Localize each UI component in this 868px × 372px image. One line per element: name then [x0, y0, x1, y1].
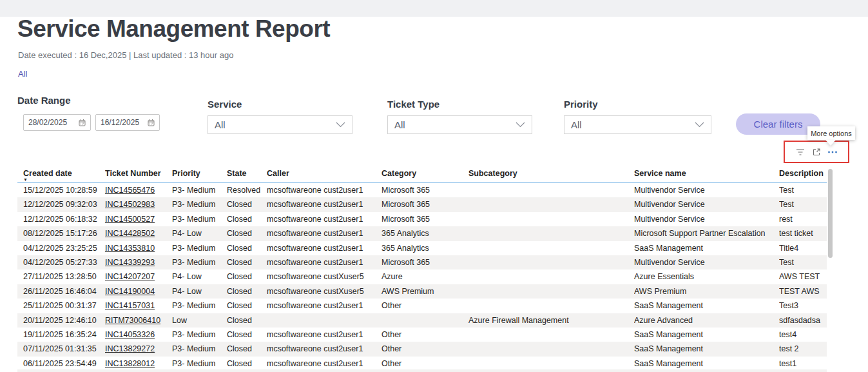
tooltip-arrow — [825, 140, 836, 146]
cell-priority: P3- Medium — [172, 328, 227, 342]
table-row: 19/11/2025 16:35:24 INC14053326 P3- Medi… — [17, 328, 827, 342]
cell-state: Closed — [227, 241, 267, 255]
cell-state: Closed — [227, 269, 267, 284]
cell-description: TEST AWS — [779, 284, 827, 299]
table-vertical-scrollbar[interactable] — [828, 169, 833, 258]
ticket-link[interactable]: INC13829272 — [105, 344, 155, 353]
start-date-value: 28/02/2025 — [28, 118, 67, 127]
focus-mode-icon[interactable] — [811, 147, 822, 157]
cell-subcategory — [468, 299, 634, 313]
table-row: 12/12/2025 09:32:03 INC14502983 P3- Medi… — [17, 197, 827, 211]
cell-created: 20/11/2025 12:46:10 — [17, 313, 105, 328]
cell-description: rest — [779, 212, 827, 226]
ticket-type-dropdown-value: All — [394, 119, 405, 130]
top-bar — [0, 0, 868, 17]
cell-priority: P3- Medium — [172, 183, 227, 197]
start-date-input[interactable]: 28/02/2025 — [23, 114, 91, 131]
more-options-icon[interactable] — [827, 147, 838, 157]
cell-service: SaaS Management — [634, 328, 779, 342]
cell-subcategory — [468, 197, 634, 211]
cell-priority: P4- Low — [172, 226, 227, 240]
calendar-icon — [148, 119, 155, 126]
table-row: 04/12/2025 23:25:25 INC14353810 P3- Medi… — [17, 241, 827, 255]
cell-caller: mcsoftwareone cust2user1 — [267, 328, 381, 342]
ticket-link[interactable]: INC14353810 — [105, 244, 155, 253]
cell-priority: P3- Medium — [172, 357, 227, 371]
cell-caller: mcsoftwareone cust2user1 — [267, 255, 381, 269]
col-header-created-date[interactable]: Created date ▼ — [17, 166, 105, 182]
cell-ticket: INC13829272 — [105, 342, 172, 356]
ticket-link[interactable]: INC14500527 — [105, 215, 155, 224]
cell-subcategory — [468, 226, 634, 240]
ticket-type-label: Ticket Type — [387, 99, 439, 110]
cell-ticket: INC13828012 — [105, 357, 172, 371]
cell-created: 27/11/2025 13:28:50 — [17, 269, 105, 284]
ticket-link[interactable]: INC13828012 — [105, 359, 155, 368]
cell-subcategory — [468, 357, 634, 371]
cell-created: 07/11/2025 01:31:35 — [17, 342, 105, 356]
col-header-caller[interactable]: Caller — [267, 166, 381, 182]
cell-description: Test — [779, 197, 827, 211]
col-header-category[interactable]: Category — [381, 166, 468, 182]
ticket-link[interactable]: INC14502983 — [105, 200, 155, 209]
ticket-link[interactable]: INC14428502 — [105, 229, 155, 238]
col-header-ticket-number[interactable]: Ticket Number — [105, 166, 172, 182]
table-row: 15/12/2025 10:28:59 INC14565476 P3- Medi… — [17, 183, 827, 197]
cell-description: sdfasdadsa — [779, 313, 827, 328]
filter-icon[interactable] — [795, 147, 805, 157]
cell-category: Microsoft 365 — [381, 212, 468, 226]
table-row: 06/11/2025 23:54:49 INC13828012 P3- Medi… — [17, 357, 827, 371]
ticket-link[interactable]: RITM73006410 — [105, 316, 160, 325]
cell-subcategory — [468, 212, 634, 226]
cell-service: Azure Essentials — [634, 269, 779, 284]
partially-visible-row — [17, 369, 827, 372]
col-header-description[interactable]: Description — [779, 166, 827, 182]
cell-subcategory — [468, 255, 634, 269]
ticket-link[interactable]: INC14157031 — [105, 301, 155, 310]
table-row: 07/11/2025 01:31:35 INC13829272 P3- Medi… — [17, 342, 827, 356]
cell-caller — [267, 313, 381, 328]
col-header-subcategory[interactable]: Subcategory — [468, 166, 634, 182]
cell-priority: P4- Low — [172, 269, 227, 284]
cell-description: test4 — [779, 328, 827, 342]
ticket-link[interactable]: INC14207207 — [105, 272, 155, 281]
table-row: 04/12/2025 05:27:33 INC14339293 P3- Medi… — [17, 255, 827, 269]
cell-ticket: INC14207207 — [105, 269, 172, 284]
col-header-service-name[interactable]: Service name — [634, 166, 779, 182]
cell-service: SaaS Management — [634, 357, 779, 371]
breadcrumb-all-link[interactable]: All — [18, 69, 27, 79]
cell-description: Title4 — [779, 241, 827, 255]
service-dropdown[interactable]: All — [207, 115, 352, 134]
cell-category: Azure — [381, 269, 468, 284]
cell-created: 25/11/2025 00:31:37 — [17, 299, 105, 313]
cell-category — [381, 313, 468, 328]
chevron-down-icon — [336, 122, 345, 128]
cell-priority: P3- Medium — [172, 212, 227, 226]
cell-category: 365 Analytics — [381, 226, 468, 240]
end-date-input[interactable]: 16/12/2025 — [95, 114, 160, 131]
col-header-priority[interactable]: Priority — [172, 166, 227, 182]
cell-subcategory — [468, 269, 634, 284]
end-date-value: 16/12/2025 — [101, 118, 139, 127]
cell-caller: mcsoftwareone cust2user1 — [267, 183, 381, 197]
ticket-type-dropdown[interactable]: All — [387, 115, 532, 134]
cell-description: test 2 — [779, 342, 827, 356]
cell-description: AWS TEST — [779, 269, 827, 284]
ticket-link[interactable]: INC14339293 — [105, 258, 155, 267]
cell-category: Other — [381, 299, 468, 313]
ticket-link[interactable]: INC14053326 — [105, 330, 155, 339]
ticket-link[interactable]: INC14190004 — [105, 287, 155, 296]
cell-category: 365 Analytics — [381, 241, 468, 255]
cell-description: test1 — [779, 357, 827, 371]
priority-dropdown[interactable]: All — [564, 115, 711, 134]
cell-caller: mcsoftwareone custXuser5 — [267, 284, 381, 299]
cell-service: SaaS Management — [634, 299, 779, 313]
table-body: 15/12/2025 10:28:59 INC14565476 P3- Medi… — [17, 183, 827, 371]
ticket-link[interactable]: INC14565476 — [105, 186, 155, 195]
cell-state: Closed — [227, 197, 267, 211]
col-header-state[interactable]: State — [227, 166, 267, 182]
cell-service: Microsoft Support Partner Escalation — [634, 226, 779, 240]
cell-category: Microsoft 365 — [381, 197, 468, 211]
table-row: 27/11/2025 13:28:50 INC14207207 P4- Low … — [17, 269, 827, 284]
cell-ticket: RITM73006410 — [105, 313, 172, 328]
